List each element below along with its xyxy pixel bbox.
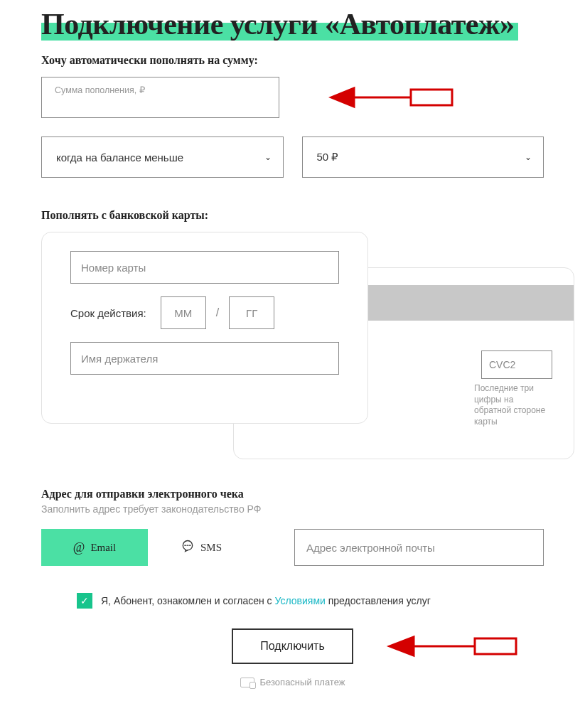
mm-placeholder: ММ (174, 307, 192, 319)
agreement-text: Я, Абонент, ознакомлен и согласен с Усло… (101, 595, 431, 606)
svg-marker-2 (331, 88, 354, 107)
agreement-prefix: Я, Абонент, ознакомлен и согласен с (101, 595, 274, 606)
cvc-input[interactable]: CVC2 (481, 350, 552, 379)
annotation-arrow-1 (326, 81, 461, 114)
agreement-checkbox[interactable]: ✓ (77, 593, 92, 609)
cardholder-placeholder: Имя держателя (81, 353, 158, 365)
condition-select[interactable]: когда на балансе меньше ⌄ (41, 136, 284, 178)
expiry-slash: / (216, 306, 219, 319)
receipt-subtitle: Заполнить адрес требует законодательство… (41, 503, 544, 515)
receipt-email-input[interactable]: Адрес электронной почты (294, 529, 544, 566)
secure-payment-label: Безопасный платеж (260, 677, 345, 687)
card-front: Номер карты Срок действия: ММ / ГГ Имя д… (41, 232, 368, 424)
check-icon: ✓ (80, 595, 89, 606)
receipt-email-placeholder: Адрес электронной почты (306, 542, 435, 554)
condition-label: когда на балансе меньше (56, 151, 183, 164)
secure-payment-icon (240, 678, 254, 687)
at-icon: @ (73, 540, 85, 555)
tab-sms[interactable]: SMS (148, 529, 254, 566)
submit-button[interactable]: Подключить (232, 628, 353, 664)
receipt-tabs: @ Email SMS (41, 529, 254, 566)
amount-placeholder: Сумма пополнения, ₽ (55, 85, 145, 95)
expiry-label: Срок действия: (70, 307, 146, 319)
tab-sms-label: SMS (200, 542, 222, 554)
svg-rect-4 (475, 638, 516, 654)
tab-email-label: Email (90, 542, 116, 554)
card-heading: Пополнять с банковской карты: (41, 209, 544, 222)
annotation-arrow-2 (382, 628, 525, 664)
amount-heading: Хочу автоматически пополнять на сумму: (41, 54, 544, 67)
chevron-down-icon: ⌄ (264, 152, 272, 162)
cardholder-input[interactable]: Имя держателя (70, 342, 339, 375)
card-number-input[interactable]: Номер карты (70, 251, 339, 284)
agreement-suffix: предоставления услуг (326, 595, 431, 606)
page-title: Подключение услуги «Автоплатеж» (41, 8, 518, 41)
cvc-hint: Последние три цифры на обратной стороне … (474, 383, 552, 427)
threshold-value: 50 ₽ (317, 151, 339, 164)
threshold-select[interactable]: 50 ₽ ⌄ (302, 136, 544, 178)
agreement-link[interactable]: Условиями (274, 595, 325, 606)
svg-rect-0 (411, 90, 452, 105)
receipt-title: Адрес для отправки электронного чека (41, 488, 544, 500)
svg-marker-6 (390, 637, 414, 655)
amount-input[interactable]: Сумма пополнения, ₽ (41, 77, 279, 118)
chevron-down-icon: ⌄ (525, 152, 532, 162)
expiry-month-input[interactable]: ММ (161, 296, 206, 329)
sms-icon (181, 539, 195, 557)
yy-placeholder: ГГ (246, 307, 257, 319)
card-number-placeholder: Номер карты (81, 262, 146, 274)
tab-email[interactable]: @ Email (41, 529, 148, 566)
expiry-year-input[interactable]: ГГ (229, 296, 274, 329)
cvc-placeholder: CVC2 (489, 359, 515, 370)
